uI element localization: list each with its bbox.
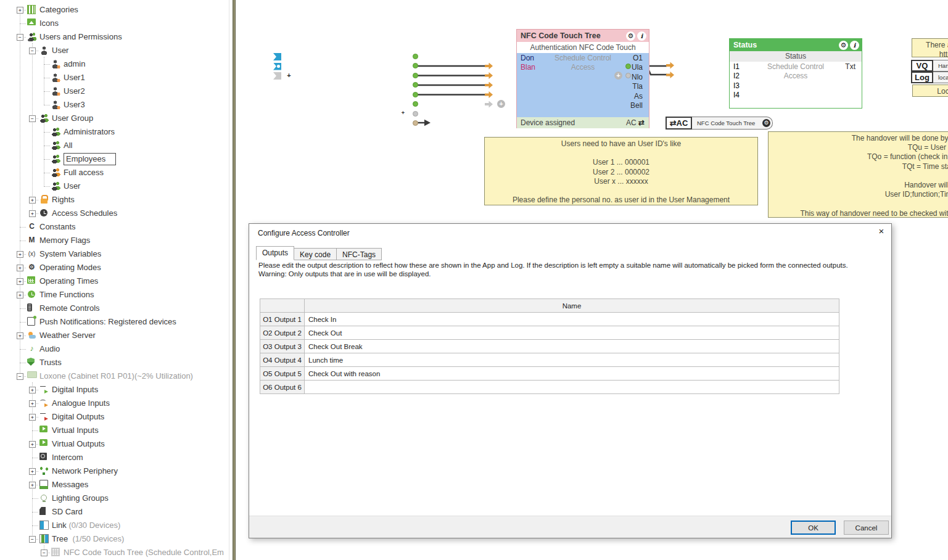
info-icon[interactable] [637,31,646,41]
tree-item-label[interactable]: System Variables [39,247,101,261]
ac-reference-port[interactable]: AC [666,117,692,130]
tree-item-label[interactable]: Memory Flags [39,234,90,247]
add-output-button[interactable]: + [400,110,406,117]
output-name-cell[interactable]: Check Out [305,326,839,340]
tree-item-label[interactable]: User Group [52,112,93,125]
nfc-code-touch-tree-block[interactable]: NFC Code Touch Tree Authentication NFC C… [516,29,649,128]
ok-button[interactable]: OK [791,521,836,535]
vq-pill[interactable]: Hand over User ID ... [933,60,948,72]
output-connector-dot[interactable] [413,111,418,117]
expand-icon[interactable]: + [29,387,36,393]
tree-item-label[interactable]: Users and Permissions [39,30,122,44]
status-block[interactable]: Status Status I1I2I3I4 Schedule ControlA… [729,38,862,109]
tree-item-label[interactable]: Categories [39,3,78,17]
add-input-button[interactable]: + [285,72,293,80]
tree-item-label[interactable]: Tree (1/50 Devices) [52,532,124,546]
tree-item-label[interactable]: Icons [39,17,59,30]
output-connector-dot[interactable] [413,120,418,126]
vq-port[interactable]: VQ [911,60,933,72]
tree-item-label[interactable]: User2 [64,84,85,98]
tree-item-label[interactable]: Time Functions [39,288,94,302]
tree-item-label[interactable]: Digital Outputs [52,410,104,424]
input-connector-icon[interactable] [273,63,281,70]
tab-key-code[interactable]: Key code [294,248,337,260]
tree-item-label[interactable]: Network Periphery [52,464,118,478]
tree-item-label[interactable]: User3 [64,98,85,112]
tree-item-label[interactable]: Constants [39,220,76,234]
input-connector-icon[interactable] [273,72,281,80]
expand-icon[interactable]: + [29,400,36,407]
expand-icon[interactable]: + [17,7,23,14]
collapse-icon[interactable]: − [17,34,23,41]
output-connector-dot[interactable] [413,54,418,59]
expand-icon[interactable]: + [29,414,36,421]
output-name-cell[interactable]: Check In [305,313,839,326]
tab-outputs[interactable]: Outputs [256,246,294,260]
collapse-icon[interactable]: − [29,536,36,543]
output-connector-dot[interactable] [413,63,418,68]
output-connector-dot[interactable] [413,101,418,107]
output-connector-dot[interactable] [625,64,631,69]
tree-item-label[interactable]: User [52,44,68,57]
tree-item-label[interactable]: Administrators [64,125,115,139]
gear-icon[interactable] [839,41,848,50]
output-name-cell[interactable]: Lunch time [305,353,839,367]
output-connector-dot[interactable] [625,73,631,78]
tree-item-label[interactable]: Rights [52,193,75,207]
gear-icon[interactable] [762,119,770,127]
tree-item-label[interactable]: admin [64,57,85,71]
tree-item-label[interactable]: Access Schedules [52,207,117,220]
ac-reference-pill[interactable]: NFC Code Touch Tree [692,117,773,130]
tab-nfc-tags[interactable]: NFC-Tags [336,248,382,260]
log-port[interactable]: Log [911,72,933,83]
tree-item-label[interactable]: Virtual Outputs [52,437,105,451]
output-connector-dot[interactable] [413,92,418,97]
close-icon[interactable] [875,225,888,237]
tree-item-label[interactable]: Full access [64,166,104,179]
tree-item-label[interactable]: Employees [64,153,116,165]
info-icon[interactable] [850,41,859,50]
add-input-button[interactable]: + [497,100,505,108]
tree-item-label[interactable]: Audio [39,342,60,356]
log-pill[interactable]: local logger to Minis ... [933,72,948,83]
tree-item-label[interactable]: All [64,139,72,152]
expand-icon[interactable]: + [17,278,23,285]
tree-item-label[interactable]: Weather Server [39,329,96,342]
tree-item-label[interactable]: Digital Inputs [52,383,98,397]
add-output-button[interactable]: + [614,72,622,80]
tree-item-label[interactable]: Operating Times [39,274,98,288]
collapse-icon[interactable]: − [41,550,47,556]
collapse-icon[interactable]: − [17,373,23,380]
collapse-icon[interactable]: − [29,47,36,54]
tree-item-label[interactable]: User1 [64,71,85,84]
output-name-cell[interactable] [305,381,839,394]
expand-icon[interactable]: + [17,332,23,339]
gear-icon[interactable] [626,31,635,41]
output-connector-dot[interactable] [413,82,418,88]
input-connector-icon[interactable] [273,53,281,60]
tree-item-label[interactable]: Operating Modes [39,261,101,274]
expand-icon[interactable]: + [29,468,36,475]
tree-item-label[interactable]: Loxone (Cabinet R01 P01)(~2% Utilization… [39,369,193,383]
output-connector-dot[interactable] [413,73,418,78]
tree-item-label[interactable]: User [64,179,80,193]
expand-icon[interactable]: + [17,265,23,271]
cancel-button[interactable]: Cancel [844,521,889,535]
tree-item-label[interactable]: Lighting Groups [52,492,109,505]
tree-item-label[interactable]: Messages [52,478,88,492]
collapse-icon[interactable]: − [29,115,36,122]
output-name-cell[interactable]: Check Out with reason [305,367,839,381]
expand-icon[interactable]: + [17,292,23,299]
output-name-cell[interactable]: Check Out Break [305,340,839,353]
tree-item-label[interactable]: Intercom [52,451,83,464]
tree-item-label[interactable]: Virtual Inputs [52,424,99,437]
tree-item-label[interactable]: SD Card [52,505,83,519]
tree-item-label[interactable]: NFC Code Touch Tree (Schedule Control,Em [64,546,224,559]
expand-icon[interactable]: + [29,441,36,448]
expand-icon[interactable]: + [29,210,36,217]
tree-item-label[interactable]: Trusts [39,356,62,369]
tree-item-label[interactable]: Remote Controls [39,302,100,315]
tree-item-label[interactable]: Analogue Inputs [52,397,110,410]
expand-icon[interactable]: + [29,482,36,488]
tree-item-label[interactable]: Link (0/30 Devices) [52,519,120,532]
